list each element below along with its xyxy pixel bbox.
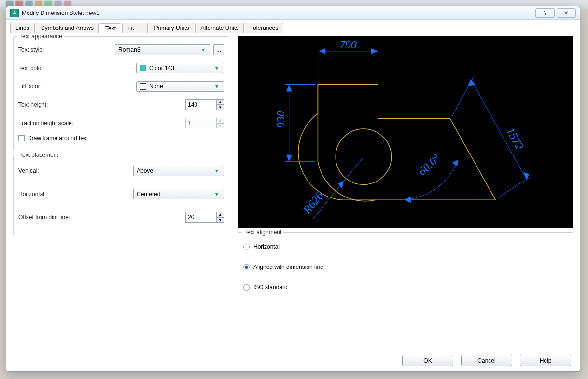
text-color-value: Color 143 bbox=[149, 65, 174, 71]
group-text-alignment: Text alignment Horizontal Aligned with d… bbox=[238, 232, 573, 337]
spin-up: ▲ bbox=[216, 118, 224, 123]
input-fraction-scale bbox=[185, 118, 216, 128]
dropdown-vertical[interactable]: Above ▾ bbox=[133, 166, 224, 176]
spin-up[interactable]: ▲ bbox=[216, 212, 224, 217]
dim-angle: 60.0° bbox=[416, 152, 443, 178]
svg-marker-9 bbox=[286, 84, 292, 91]
cancel-button[interactable]: Cancel bbox=[461, 355, 512, 366]
label-vertical: Vertical: bbox=[18, 168, 115, 174]
radio-aligned[interactable]: Aligned with dimension line bbox=[243, 257, 568, 277]
tab-primary-units[interactable]: Primary Units bbox=[149, 23, 194, 33]
horizontal-value: Centered bbox=[137, 191, 160, 197]
radio-label: ISO standard bbox=[253, 284, 288, 291]
close-icon: ✕ bbox=[564, 10, 569, 16]
dropdown-fill-color[interactable]: None ▾ bbox=[136, 81, 224, 92]
tab-content: Text appearance Text style: RomanS ▾ ...… bbox=[6, 33, 580, 337]
dim-top: 790 bbox=[339, 38, 357, 51]
text-style-value: RomanS bbox=[118, 46, 141, 53]
fill-color-swatch bbox=[140, 83, 146, 90]
text-style-browse-button[interactable]: ... bbox=[213, 44, 224, 55]
dropdown-text-style[interactable]: RomanS ▾ bbox=[115, 44, 210, 55]
dimension-style-dialog: A Modify Dimension Style: new1 ? ✕ Lines… bbox=[6, 6, 580, 372]
ok-button[interactable]: OK bbox=[402, 355, 453, 366]
vertical-value: Above bbox=[137, 168, 153, 174]
input-text-height[interactable] bbox=[185, 99, 216, 110]
chevron-down-icon: ▾ bbox=[213, 168, 221, 174]
radio-horizontal[interactable]: Horizontal bbox=[243, 237, 568, 257]
dropdown-horizontal[interactable]: Centered ▾ bbox=[133, 189, 224, 199]
help-button-footer[interactable]: Help bbox=[520, 355, 571, 366]
titlebar: A Modify Dimension Style: new1 ? ✕ bbox=[6, 6, 580, 20]
chevron-down-icon: ▾ bbox=[213, 191, 221, 197]
svg-marker-17 bbox=[452, 160, 458, 167]
label-offset: Offset from dim line: bbox=[18, 214, 115, 221]
dim-left: 930 bbox=[274, 111, 287, 128]
dimension-preview: 790 930 1572 bbox=[238, 36, 573, 228]
group-text-placement: Text placement Vertical: Above ▾ Horizon… bbox=[13, 155, 229, 235]
svg-marker-5 bbox=[371, 48, 378, 54]
svg-marker-15 bbox=[523, 172, 529, 180]
checkbox-box bbox=[18, 135, 25, 141]
spin-down: ▼ bbox=[216, 123, 224, 128]
chevron-down-icon: ▾ bbox=[199, 46, 207, 53]
checkbox-label: Draw frame around text bbox=[28, 135, 88, 141]
tab-lines[interactable]: Lines bbox=[10, 23, 35, 33]
label-text-color: Text color: bbox=[18, 65, 115, 71]
legend-placement: Text placement bbox=[17, 152, 60, 158]
label-text-height: Text height: bbox=[18, 101, 115, 108]
radio-iso[interactable]: ISO standard bbox=[243, 277, 568, 297]
legend-alignment: Text alignment bbox=[242, 229, 283, 236]
label-text-style: Text style: bbox=[18, 46, 115, 53]
spin-up[interactable]: ▲ bbox=[216, 99, 224, 105]
chevron-down-icon: ▾ bbox=[213, 65, 221, 71]
spinner-text-height[interactable]: ▲▼ bbox=[185, 99, 224, 110]
tab-symbols-arrows[interactable]: Symbols and Arrows bbox=[36, 23, 99, 33]
spin-down[interactable]: ▼ bbox=[216, 105, 224, 110]
spinner-fraction-scale: ▲▼ bbox=[185, 118, 224, 128]
radio-label: Aligned with dimension line bbox=[253, 264, 323, 270]
checkbox-draw-frame[interactable]: Draw frame around text bbox=[18, 132, 224, 144]
input-offset[interactable] bbox=[185, 212, 216, 223]
svg-marker-16 bbox=[405, 196, 411, 203]
spin-down[interactable]: ▼ bbox=[216, 217, 224, 223]
spinner-offset[interactable]: ▲▼ bbox=[185, 212, 224, 223]
label-fraction-scale: Fraction height scale: bbox=[18, 120, 115, 126]
dialog-title: Modify Dimension Style: new1 bbox=[22, 10, 99, 16]
label-fill-color: Fill color: bbox=[18, 83, 115, 90]
chevron-down-icon: ▾ bbox=[213, 83, 221, 90]
tab-tolerances[interactable]: Tolerances bbox=[245, 23, 283, 33]
help-button[interactable]: ? bbox=[535, 8, 555, 18]
dialog-footer: OK Cancel Help bbox=[402, 355, 571, 366]
svg-line-13 bbox=[498, 177, 531, 198]
tab-fit[interactable]: Fit bbox=[122, 23, 148, 33]
tab-strip: Lines Symbols and Arrows Text Fit Primar… bbox=[6, 20, 580, 33]
label-horizontal: Horizontal: bbox=[18, 191, 115, 197]
radio-label: Horizontal bbox=[253, 243, 280, 250]
svg-line-11 bbox=[471, 79, 527, 180]
svg-line-18 bbox=[313, 157, 363, 219]
dropdown-text-color[interactable]: Color 143 ▾ bbox=[136, 63, 224, 73]
dim-diag: 1572 bbox=[504, 126, 526, 152]
group-text-appearance: Text appearance Text style: RomanS ▾ ...… bbox=[13, 36, 229, 150]
tab-alternate-units[interactable]: Alternate Units bbox=[195, 23, 244, 33]
tab-text[interactable]: Text bbox=[100, 23, 121, 33]
svg-marker-4 bbox=[319, 48, 325, 54]
fill-color-value: None bbox=[149, 83, 163, 90]
close-button[interactable]: ✕ bbox=[557, 8, 576, 18]
help-icon: ? bbox=[544, 10, 547, 16]
legend-appearance: Text appearance bbox=[17, 33, 64, 40]
svg-marker-10 bbox=[286, 155, 292, 162]
text-color-swatch bbox=[140, 65, 146, 71]
app-icon: A bbox=[10, 9, 19, 17]
